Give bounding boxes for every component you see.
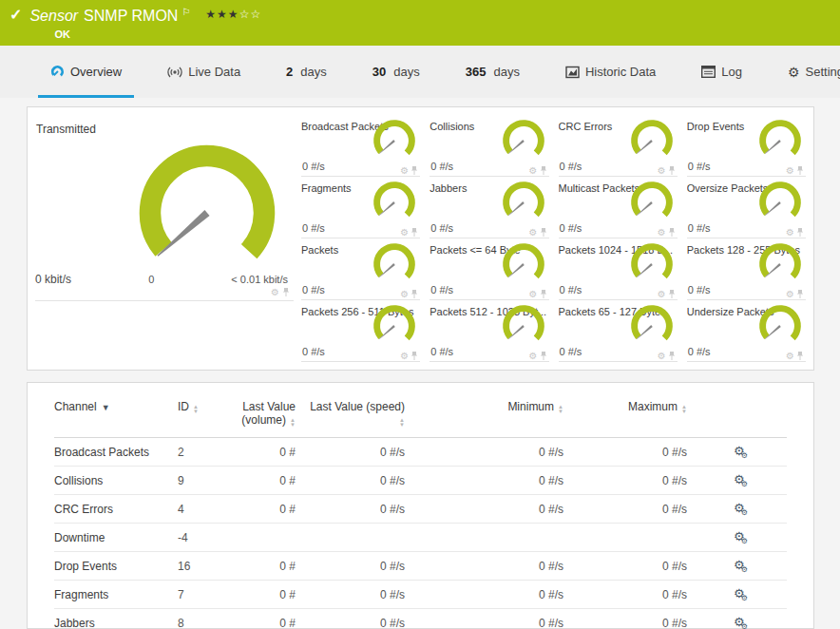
gauges-panel: Transmitted 0 kbit/s 0 < 0.01 kbit/s ⚙ — [27, 106, 814, 371]
channel-settings-gear-icon[interactable]: ⚙ — [400, 352, 409, 361]
channel-name-cell: Drop Events — [54, 552, 178, 581]
mini-gauge — [502, 304, 545, 348]
flag-icon[interactable]: ⚐ — [181, 7, 190, 18]
mini-gauge-cell[interactable]: Multicast Packets 0 #/s ⚙ — [559, 177, 678, 238]
pin-icon[interactable] — [410, 289, 418, 299]
channel-settings-gear-icon[interactable]: ⚙ — [658, 352, 666, 361]
minimum-cell — [412, 524, 571, 552]
mini-gauge-cell[interactable]: Fragments 0 #/s ⚙ — [301, 177, 420, 238]
channel-edit-gears-icon[interactable]: ⚙⚙ — [734, 445, 748, 460]
pin-icon[interactable] — [668, 227, 676, 238]
mini-gauge-cell[interactable]: Collisions 0 #/s ⚙ — [430, 115, 548, 177]
channel-edit-gears-icon[interactable]: ⚙⚙ — [734, 473, 748, 488]
mini-gauge — [502, 181, 545, 224]
channel-settings-gear-icon[interactable]: ⚙ — [658, 166, 666, 176]
channel-settings-gear-icon[interactable]: ⚙ — [271, 288, 279, 297]
mini-gauge-cell[interactable]: Packets 512 - 1023 Byt... 0 #/s ⚙ — [430, 300, 548, 362]
channel-edit-gears-icon[interactable]: ⚙⚙ — [734, 587, 748, 602]
tab-365-days[interactable]: 365days — [453, 46, 532, 98]
mini-gauge-cell[interactable]: Undersize Packets 0 #/s ⚙ — [687, 300, 806, 362]
gear-icon: ⚙ — [788, 66, 800, 79]
pin-icon[interactable] — [540, 165, 547, 176]
channel-settings-gear-icon[interactable]: ⚙ — [529, 228, 538, 238]
stars-empty[interactable]: ☆☆ — [239, 8, 262, 21]
channel-settings-gear-icon[interactable]: ⚙ — [400, 166, 409, 176]
mini-gauge-cell[interactable]: Packets 1024 - 1518 B... 0 #/s ⚙ — [559, 238, 678, 300]
table-row: Drop Events 16 0 # 0 #/s 0 #/s 0 #/s ⚙⚙ — [54, 552, 787, 581]
channel-settings-gear-icon[interactable]: ⚙ — [400, 290, 409, 299]
mini-gauge-cell[interactable]: Broadcast Packets 0 #/s ⚙ — [301, 115, 420, 177]
pin-icon[interactable] — [796, 289, 804, 299]
stars-filled[interactable]: ★★★ — [205, 8, 239, 21]
column-header-last-value-volume[interactable]: Last Value (volume)▲▼ — [237, 385, 303, 438]
minimum-cell: 0 #/s — [412, 552, 571, 581]
sensor-type-label: Sensor — [29, 7, 78, 26]
pin-icon[interactable] — [796, 227, 804, 238]
pin-icon[interactable] — [540, 289, 547, 299]
mini-gauge — [372, 242, 416, 286]
pin-icon[interactable] — [796, 165, 804, 176]
channel-edit-gears-icon[interactable]: ⚙⚙ — [734, 530, 748, 545]
pin-icon[interactable] — [668, 165, 676, 176]
pin-icon[interactable] — [410, 227, 418, 238]
sort-icon: ▲▼ — [290, 418, 296, 428]
log-list-icon — [701, 66, 716, 78]
priority-stars[interactable]: ★★★☆☆ — [205, 7, 261, 22]
mini-gauge — [372, 181, 416, 224]
column-header-channel[interactable]: Channel▼ — [54, 385, 178, 438]
channel-edit-gears-icon[interactable]: ⚙⚙ — [734, 502, 748, 517]
pin-icon[interactable] — [282, 287, 290, 297]
tab-30-days[interactable]: 30days — [360, 46, 432, 98]
tab-overview[interactable]: Overview — [38, 46, 134, 98]
mini-gauge-cell[interactable]: Packets 0 #/s ⚙ — [301, 238, 420, 300]
pin-icon[interactable] — [796, 351, 804, 361]
mini-gauge-cell[interactable]: Jabbers 0 #/s ⚙ — [430, 177, 548, 238]
channel-settings-gear-icon[interactable]: ⚙ — [529, 290, 538, 299]
pin-icon[interactable] — [410, 165, 418, 176]
main-gauge-block[interactable]: Transmitted 0 kbit/s 0 < 0.01 kbit/s ⚙ — [35, 115, 294, 362]
live-signal-icon — [167, 66, 182, 79]
tab-settings[interactable]: ⚙ Settings — [775, 46, 840, 98]
channel-settings-gear-icon[interactable]: ⚙ — [658, 228, 666, 238]
last-value-speed-cell: 0 #/s — [303, 467, 412, 495]
mini-gauge-cell[interactable]: Packets <= 64 Byte 0 #/s ⚙ — [430, 238, 548, 300]
channel-settings-gear-icon[interactable]: ⚙ — [400, 228, 409, 238]
pin-icon[interactable] — [668, 351, 676, 361]
column-header-id[interactable]: ID▲▼ — [178, 385, 237, 438]
channel-name-cell: Fragments — [54, 581, 178, 609]
tab-2-days[interactable]: 2days — [274, 46, 339, 98]
column-header-maximum[interactable]: Maximum▲▼ — [571, 385, 695, 438]
column-header-last-value-speed[interactable]: Last Value (speed)▲▼ — [303, 385, 412, 438]
pin-icon[interactable] — [540, 227, 547, 238]
channel-settings-gear-icon[interactable]: ⚙ — [786, 290, 794, 299]
mini-gauge-cell[interactable]: Packets 65 - 127 Bytes 0 #/s ⚙ — [559, 300, 678, 362]
mini-gauge-cell[interactable]: Oversize Packets 0 #/s ⚙ — [687, 177, 806, 238]
channel-id-cell: -4 — [178, 524, 237, 552]
pin-icon[interactable] — [410, 351, 418, 361]
pin-icon[interactable] — [540, 351, 547, 361]
mini-gauge — [758, 181, 802, 224]
tab-live-data[interactable]: Live Data — [155, 46, 253, 98]
channel-settings-gear-icon[interactable]: ⚙ — [786, 228, 794, 238]
mini-gauge-value: 0 #/s — [560, 346, 582, 357]
channel-settings-gear-icon[interactable]: ⚙ — [786, 166, 794, 176]
sort-icon: ▲▼ — [558, 405, 563, 414]
mini-gauge-cell[interactable]: Packets 256 - 511 Bytes 0 #/s ⚙ — [301, 300, 420, 362]
channel-edit-gears-icon[interactable]: ⚙⚙ — [734, 559, 748, 574]
pin-icon[interactable] — [668, 289, 676, 299]
maximum-cell — [571, 524, 695, 552]
channel-settings-gear-icon[interactable]: ⚙ — [658, 290, 666, 299]
channel-settings-gear-icon[interactable]: ⚙ — [786, 352, 794, 361]
column-header-minimum[interactable]: Minimum▲▼ — [412, 385, 571, 438]
channel-edit-gears-icon[interactable]: ⚙⚙ — [734, 616, 748, 629]
mini-gauge-cell[interactable]: Drop Events 0 #/s ⚙ — [687, 115, 806, 177]
mini-gauge-cell[interactable]: CRC Errors 0 #/s ⚙ — [559, 115, 678, 177]
channel-settings-gear-icon[interactable]: ⚙ — [529, 352, 538, 361]
mini-gauge-cell[interactable]: Packets 128 - 255 Bytes 0 #/s ⚙ — [687, 238, 806, 300]
tab-log[interactable]: Log — [689, 46, 754, 98]
tab-historic-data[interactable]: Historic Data — [553, 46, 668, 98]
channel-settings-gear-icon[interactable]: ⚙ — [529, 166, 538, 176]
mini-gauge — [630, 119, 674, 162]
main-gauge — [136, 142, 278, 284]
mini-gauge — [372, 304, 416, 348]
